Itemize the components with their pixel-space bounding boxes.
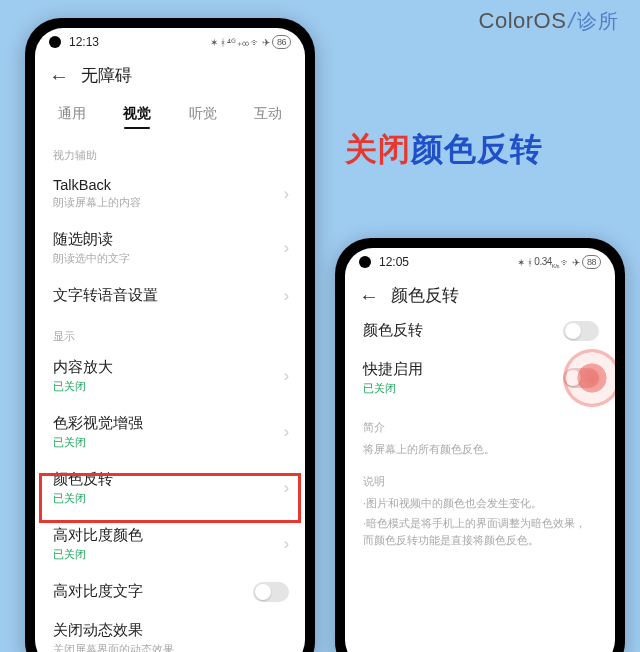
chevron-right-icon: ›: [284, 287, 289, 305]
row-title: 随选朗读: [53, 230, 287, 249]
row-subtitle: 已关闭: [53, 435, 287, 450]
section-display: 显示: [35, 315, 305, 348]
row-subtitle: 关闭屏幕界面的动态效果: [53, 642, 287, 652]
row-high-contrast-text[interactable]: 高对比度文字: [35, 572, 305, 611]
chevron-right-icon: ›: [284, 185, 289, 203]
section-note: 说明: [345, 460, 615, 493]
row-title: TalkBack: [53, 177, 287, 193]
intro-text: 将屏幕上的所有颜色反色。: [345, 439, 615, 460]
tab-vision[interactable]: 视觉: [105, 97, 171, 133]
row-subtitle: 朗读屏幕上的内容: [53, 195, 287, 210]
wifi-icon: ᯤ: [561, 257, 571, 268]
row-subtitle: 朗读选中的文字: [53, 251, 287, 266]
tab-interaction[interactable]: 互动: [236, 97, 302, 133]
headline: 关闭颜色反转: [345, 128, 543, 172]
bluetooth-icon: ᚼ: [220, 37, 226, 48]
note-text-1: ·图片和视频中的颜色也会发生变化。: [345, 493, 615, 514]
airplane-icon: ✈: [572, 257, 580, 268]
tab-hearing[interactable]: 听觉: [170, 97, 236, 133]
section-intro: 简介: [345, 406, 615, 439]
back-button[interactable]: ←: [49, 66, 69, 86]
row-tts[interactable]: 文字转语音设置 ›: [35, 276, 305, 315]
status-icons: ✶ ᚼ 0.34K/s ᯤ ✈ 88: [517, 255, 601, 269]
phone-right: 12:05 ✶ ᚼ 0.34K/s ᯤ ✈ 88 ← 颜色反转 颜色反转 快捷启…: [335, 238, 625, 652]
status-bar: 12:13 ✶ ᚼ ⁴ᴳ ₊₀₀ ᯤ ✈ 86: [35, 28, 305, 56]
chevron-right-icon: ›: [284, 535, 289, 553]
toggle-switch[interactable]: [253, 582, 289, 602]
row-title: 关闭动态效果: [53, 621, 287, 640]
chevron-right-icon: ›: [284, 367, 289, 385]
battery-indicator: 88: [582, 255, 601, 269]
row-title: 颜色反转: [363, 321, 597, 340]
net-speed: 0.34K/s: [534, 256, 559, 269]
row-invert-toggle[interactable]: 颜色反转: [345, 311, 615, 350]
row-color-enhance[interactable]: 色彩视觉增强 已关闭 ›: [35, 404, 305, 460]
section-vision-aid: 视力辅助: [35, 134, 305, 167]
page-title: 无障碍: [81, 64, 132, 87]
row-title: 文字转语音设置: [53, 286, 287, 305]
phone-left: 12:13 ✶ ᚼ ⁴ᴳ ₊₀₀ ᯤ ✈ 86 ← 无障碍 通用 视觉 听觉 互…: [25, 18, 315, 652]
camera-hole: [49, 36, 61, 48]
row-subtitle: 已关闭: [363, 381, 597, 396]
row-quick-enable[interactable]: 快捷启用 已关闭: [345, 350, 615, 406]
tab-general[interactable]: 通用: [39, 97, 105, 133]
row-title: 色彩视觉增强: [53, 414, 287, 433]
clock: 12:13: [69, 35, 99, 49]
back-button[interactable]: ←: [359, 286, 379, 306]
row-magnify[interactable]: 内容放大 已关闭 ›: [35, 348, 305, 404]
row-subtitle: 已关闭: [53, 547, 287, 562]
row-talkback[interactable]: TalkBack 朗读屏幕上的内容 ›: [35, 167, 305, 220]
row-title: 内容放大: [53, 358, 287, 377]
clock: 12:05: [379, 255, 409, 269]
row-title: 高对比度文字: [53, 582, 287, 601]
brand-label: ColorOS/诊所: [479, 8, 618, 35]
row-title: 高对比度颜色: [53, 526, 287, 545]
chevron-right-icon: ›: [284, 239, 289, 257]
row-select-read[interactable]: 随选朗读 朗读选中的文字 ›: [35, 220, 305, 276]
mute-icon: ✶: [210, 37, 218, 48]
signal-icon: ⁴ᴳ ₊₀₀: [227, 37, 249, 48]
row-high-contrast-color[interactable]: 高对比度颜色 已关闭 ›: [35, 516, 305, 572]
bluetooth-icon: ᚼ: [527, 257, 533, 268]
status-bar: 12:05 ✶ ᚼ 0.34K/s ᯤ ✈ 88: [345, 248, 615, 276]
chevron-right-icon: ›: [284, 423, 289, 441]
page-title: 颜色反转: [391, 284, 459, 307]
battery-indicator: 86: [272, 35, 291, 49]
row-color-invert[interactable]: 颜色反转 已关闭 ›: [35, 460, 305, 516]
row-subtitle: 已关闭: [53, 379, 287, 394]
tab-bar: 通用 视觉 听觉 互动: [35, 91, 305, 134]
status-icons: ✶ ᚼ ⁴ᴳ ₊₀₀ ᯤ ✈ 86: [210, 35, 291, 49]
toggle-switch[interactable]: [563, 368, 599, 388]
row-title: 快捷启用: [363, 360, 597, 379]
airplane-icon: ✈: [262, 37, 270, 48]
chevron-right-icon: ›: [284, 479, 289, 497]
row-title: 颜色反转: [53, 470, 287, 489]
camera-hole: [359, 256, 371, 268]
row-subtitle: 已关闭: [53, 491, 287, 506]
row-disable-animation[interactable]: 关闭动态效果 关闭屏幕界面的动态效果: [35, 611, 305, 652]
mute-icon: ✶: [517, 257, 525, 268]
note-text-2: ·暗色模式是将手机上的界面调整为暗色效果，而颜色反转功能是直接将颜色反色。: [345, 513, 615, 550]
toggle-switch[interactable]: [563, 321, 599, 341]
wifi-icon: ᯤ: [251, 37, 261, 48]
